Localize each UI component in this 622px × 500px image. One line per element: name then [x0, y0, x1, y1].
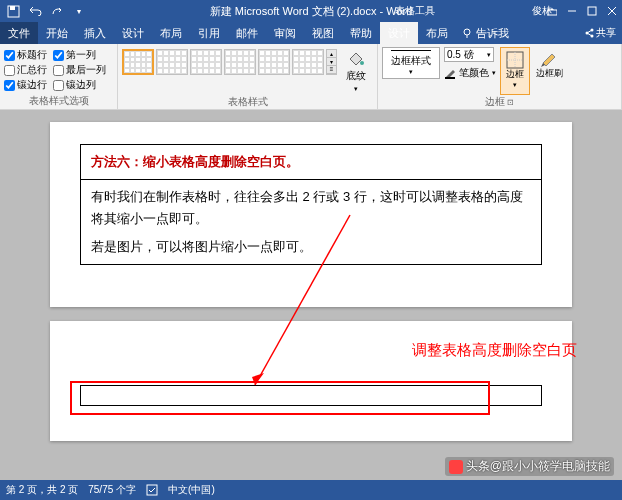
pen-color-dropdown[interactable]: 笔颜色▾ — [444, 64, 496, 82]
minimize-icon[interactable] — [562, 2, 582, 20]
group-borders: 边框样式▾ 0.5 磅▾ 笔颜色▾ 边框 ▾ 边框刷 边框 ⊡ — [378, 44, 622, 109]
pen-icon — [444, 67, 456, 79]
dropdown-icon: ▾ — [354, 85, 358, 93]
annotation-text: 调整表格高度删除空白页 — [412, 341, 577, 360]
context-tools-label: 表格工具 — [395, 4, 435, 18]
painter-icon — [540, 50, 558, 68]
bucket-icon — [347, 51, 365, 67]
tab-file[interactable]: 文件 — [0, 22, 38, 44]
group-label: 表格样式选项 — [4, 94, 113, 109]
toutiao-logo-icon — [449, 460, 463, 474]
qat-customize-icon[interactable]: ▾ — [70, 2, 88, 20]
shading-button[interactable]: 底纹 ▾ — [341, 51, 371, 93]
chk-banded-rows[interactable]: 镶边行 — [4, 78, 47, 92]
spellcheck-icon[interactable] — [146, 484, 158, 496]
watermark: 头条@跟小小筱学电脑技能 — [445, 457, 614, 476]
highlight-box — [70, 381, 490, 415]
chk-header-row[interactable]: 标题行 — [4, 48, 47, 62]
group-label: 表格样式 — [122, 95, 373, 110]
style-thumb[interactable] — [224, 49, 256, 75]
tab-home[interactable]: 开始 — [38, 22, 76, 44]
undo-icon[interactable] — [26, 2, 44, 20]
border-weight-dropdown[interactable]: 0.5 磅▾ — [444, 47, 494, 62]
chk-first-col[interactable]: 第一列 — [53, 48, 96, 62]
tab-layout[interactable]: 布局 — [152, 22, 190, 44]
border-icon — [506, 51, 524, 69]
style-thumb[interactable] — [292, 49, 324, 75]
gallery-expand[interactable]: ▴▾≡ — [326, 49, 337, 75]
style-thumb[interactable] — [190, 49, 222, 75]
redo-icon[interactable] — [48, 2, 66, 20]
border-style-dropdown[interactable]: 边框样式▾ — [382, 47, 440, 79]
title-bar: ▾ 新建 Microsoft Word 文档 (2).docx - Word 表… — [0, 0, 622, 22]
tab-design[interactable]: 设计 — [114, 22, 152, 44]
document-title: 新建 Microsoft Word 文档 (2).docx - Word — [210, 4, 413, 19]
svg-point-5 — [464, 29, 470, 35]
border-painter-button[interactable]: 边框刷 — [534, 47, 564, 95]
status-bar: 第 2 页，共 2 页 75/75 个字 中文(中国) — [0, 480, 622, 500]
group-table-styles: ▴▾≡ 底纹 ▾ 表格样式 — [118, 44, 378, 109]
group-label: 边框 ⊡ — [382, 95, 617, 110]
chk-last-col[interactable]: 最后一列 — [53, 63, 106, 77]
tab-mailings[interactable]: 邮件 — [228, 22, 266, 44]
page-2: 调整表格高度删除空白页 — [50, 321, 572, 441]
svg-rect-11 — [445, 77, 455, 79]
page-indicator[interactable]: 第 2 页，共 2 页 — [6, 483, 78, 497]
maximize-icon[interactable] — [582, 2, 602, 20]
chk-banded-cols[interactable]: 镶边列 — [53, 78, 96, 92]
style-thumb[interactable] — [156, 49, 188, 75]
svg-rect-4 — [588, 7, 596, 15]
tab-help[interactable]: 帮助 — [342, 22, 380, 44]
tab-table-design[interactable]: 设计 — [380, 22, 418, 44]
group-style-options: 标题行 第一列 汇总行 最后一列 镶边行 镶边列 表格样式选项 — [0, 44, 118, 109]
doc-table[interactable]: 方法六：缩小表格高度删除空白页。 有时我们在制作表格时，往往会多出 2 行或 3… — [80, 144, 542, 265]
tab-references[interactable]: 引用 — [190, 22, 228, 44]
style-thumb[interactable] — [258, 49, 290, 75]
svg-rect-2 — [547, 10, 557, 15]
tab-insert[interactable]: 插入 — [76, 22, 114, 44]
ribbon-options-icon[interactable] — [542, 2, 562, 20]
page-1: 方法六：缩小表格高度删除空白页。 有时我们在制作表格时，往往会多出 2 行或 3… — [50, 122, 572, 307]
chk-total-row[interactable]: 汇总行 — [4, 63, 47, 77]
tab-review[interactable]: 审阅 — [266, 22, 304, 44]
svg-rect-17 — [147, 485, 157, 495]
close-icon[interactable] — [602, 2, 622, 20]
body-cell[interactable]: 有时我们在制作表格时，往往会多出 2 行或 3 行，这时可以调整表格的高度将其缩… — [81, 180, 542, 265]
style-thumb[interactable] — [122, 49, 154, 75]
share-icon — [584, 28, 594, 38]
tell-me-search[interactable]: 告诉我 — [456, 26, 515, 41]
share-button[interactable]: 共享 — [584, 26, 616, 40]
style-gallery[interactable]: ▴▾≡ 底纹 ▾ — [122, 46, 373, 95]
word-count[interactable]: 75/75 个字 — [88, 483, 136, 497]
svg-rect-1 — [10, 6, 15, 10]
document-area[interactable]: 方法六：缩小表格高度删除空白页。 有时我们在制作表格时，往往会多出 2 行或 3… — [0, 110, 622, 480]
save-icon[interactable] — [4, 2, 22, 20]
dropdown-icon: ▾ — [513, 81, 517, 89]
svg-point-10 — [360, 61, 364, 65]
tab-table-layout[interactable]: 布局 — [418, 22, 456, 44]
ribbon: 标题行 第一列 汇总行 最后一列 镶边行 镶边列 表格样式选项 ▴▾≡ — [0, 44, 622, 110]
title-cell[interactable]: 方法六：缩小表格高度删除空白页。 — [81, 145, 542, 180]
ribbon-tabs: 文件 开始 插入 设计 布局 引用 邮件 审阅 视图 帮助 设计 布局 告诉我 … — [0, 22, 622, 44]
bulb-icon — [462, 28, 473, 39]
tab-view[interactable]: 视图 — [304, 22, 342, 44]
language-indicator[interactable]: 中文(中国) — [168, 483, 215, 497]
borders-button[interactable]: 边框 ▾ — [500, 47, 530, 95]
